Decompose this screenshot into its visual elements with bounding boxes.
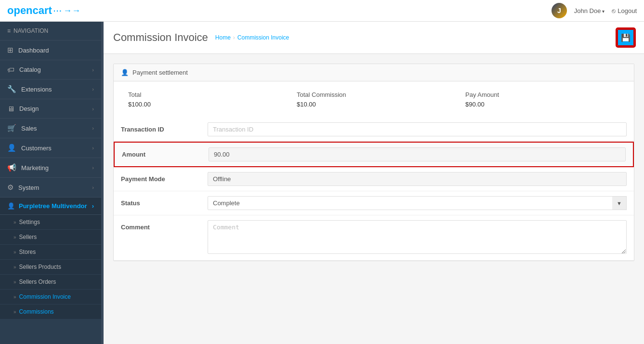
- arrow-right-icon: »: [13, 294, 16, 300]
- extensions-icon: 🔧: [7, 85, 16, 93]
- summary-total: Total $100.00: [121, 89, 289, 110]
- submenu-item-label: Commissions: [19, 308, 54, 315]
- nav-header: ≡ NAVIGATION: [0, 22, 101, 40]
- arrow-right-icon: »: [13, 279, 16, 285]
- breadcrumb-separator: ›: [233, 34, 235, 41]
- page-header: Commission Invoice Home › Commission Inv…: [104, 22, 644, 54]
- sidebar-item-marketing[interactable]: 📢 Marketing ›: [0, 158, 101, 178]
- sidebar-item-label: Design: [19, 105, 39, 112]
- sidebar-item-extensions[interactable]: 🔧 Extensions ›: [0, 79, 101, 99]
- avatar: J: [552, 3, 567, 18]
- submenu-item-sellers[interactable]: » Sellers: [0, 230, 101, 245]
- sidebar-item-label: Marketing: [21, 164, 49, 172]
- commission-label: Total Commission: [297, 91, 451, 98]
- sidebar-item-label: Catalog: [19, 66, 41, 73]
- sidebar-item-dashboard[interactable]: ⊞ Dashboard: [0, 40, 101, 60]
- sidebar-item-design[interactable]: 🖥 Design ›: [0, 99, 101, 119]
- submenu-item-sellers-products[interactable]: » Sellers Products: [0, 260, 101, 275]
- payment-mode-input: [208, 172, 627, 186]
- transaction-id-label: Transaction ID: [121, 122, 208, 133]
- logo-arrows: →→: [63, 6, 80, 16]
- transaction-id-group: Transaction ID: [114, 118, 634, 142]
- multivendor-icon: 👤: [7, 202, 15, 210]
- sidebar-item-system[interactable]: ⚙ System ›: [0, 178, 101, 198]
- nav-header-label: NAVIGATION: [13, 27, 48, 34]
- pay-value: $90.00: [465, 101, 619, 108]
- comment-wrapper: [208, 220, 627, 255]
- sidebar-item-catalog[interactable]: 🏷 Catalog ›: [0, 60, 101, 79]
- status-label: Status: [121, 196, 208, 207]
- content-area: Commission Invoice Home › Commission Inv…: [104, 22, 644, 344]
- logout-button[interactable]: ⎋ Logout: [612, 7, 637, 14]
- amount-input[interactable]: [209, 147, 626, 161]
- sidebar-item-customers[interactable]: 👤 Customers ›: [0, 138, 101, 158]
- sidebar-item-label: Sales: [21, 125, 37, 132]
- user-name[interactable]: John Doe: [574, 7, 605, 14]
- arrow-right-icon: »: [13, 220, 16, 225]
- submenu-header[interactable]: 👤 Purpletree Multivendor ›: [0, 198, 101, 215]
- system-icon: ⚙: [7, 183, 13, 192]
- chevron-right-icon: ›: [92, 145, 94, 151]
- comment-label: Comment: [121, 220, 208, 231]
- sales-icon: 🛒: [7, 124, 16, 132]
- page-title-section: Commission Invoice Home › Commission Inv…: [113, 31, 289, 44]
- logout-icon: ⎋: [612, 7, 616, 14]
- transaction-id-input[interactable]: [208, 122, 627, 136]
- summary-row: Total $100.00 Total Commission $10.00 Pa…: [114, 81, 634, 118]
- total-value: $100.00: [128, 101, 282, 108]
- form-content: 👤 Payment settlement Total $100.00 Total…: [104, 54, 644, 344]
- submenu-item-label: Settings: [19, 219, 40, 225]
- breadcrumb: Home › Commission Invoice: [215, 34, 289, 41]
- amount-label: Amount: [122, 147, 209, 158]
- marketing-icon: 📢: [7, 163, 16, 172]
- sidebar-item-label: System: [18, 184, 39, 191]
- sidebar-item-sales[interactable]: 🛒 Sales ›: [0, 119, 101, 138]
- comment-textarea[interactable]: [208, 220, 627, 254]
- summary-pay-amount: Pay Amount $90.00: [458, 89, 627, 110]
- submenu-item-stores[interactable]: » Stores: [0, 245, 101, 260]
- logo-text: opencart: [7, 4, 52, 17]
- chevron-right-icon: ›: [92, 125, 94, 131]
- submenu-item-settings[interactable]: » Settings: [0, 215, 101, 230]
- submenu-item-sellers-orders[interactable]: » Sellers Orders: [0, 275, 101, 290]
- panel-header-label: Payment settlement: [132, 69, 188, 76]
- comment-group: Comment: [114, 215, 634, 261]
- submenu-item-label: Sellers Products: [19, 264, 61, 270]
- summary-commission: Total Commission $10.00: [289, 89, 458, 110]
- hamburger-icon: ≡: [7, 27, 11, 34]
- arrow-right-icon: »: [13, 235, 16, 240]
- save-button[interactable]: 💾: [617, 29, 634, 46]
- design-icon: 🖥: [7, 105, 14, 113]
- status-select[interactable]: Complete Pending Failed: [208, 196, 627, 210]
- topbar: opencart ··· →→ J John Doe ⎋ Logout: [0, 0, 644, 22]
- chevron-right-icon: ›: [92, 86, 94, 92]
- commission-value: $10.00: [297, 101, 451, 108]
- submenu-item-label: Stores: [19, 249, 36, 255]
- main-layout: ≡ NAVIGATION ⊞ Dashboard 🏷 Catalog › 🔧 E…: [0, 22, 644, 344]
- chevron-right-icon: ›: [92, 185, 94, 190]
- sidebar-item-label: Dashboard: [18, 47, 49, 54]
- submenu-title: Purpletree Multivendor: [19, 202, 87, 210]
- chevron-right-icon: ›: [92, 106, 94, 112]
- submenu-item-label: Sellers Orders: [19, 278, 56, 285]
- breadcrumb-home[interactable]: Home: [215, 34, 231, 41]
- chevron-right-icon: ›: [92, 67, 94, 73]
- save-icon: 💾: [621, 33, 631, 42]
- sidebar: ≡ NAVIGATION ⊞ Dashboard 🏷 Catalog › 🔧 E…: [0, 22, 101, 344]
- payment-mode-label: Payment Mode: [121, 172, 208, 183]
- submenu-item-commission-invoice[interactable]: » Commission Invoice: [0, 290, 101, 304]
- amount-group: Amount: [114, 142, 634, 167]
- topbar-right: J John Doe ⎋ Logout: [552, 3, 637, 18]
- logo: opencart ··· →→: [7, 4, 80, 17]
- chevron-right-icon: ›: [92, 165, 94, 171]
- status-group: Status Complete Pending Failed ▼: [114, 191, 634, 215]
- submenu-item-commissions[interactable]: » Commissions: [0, 304, 101, 319]
- submenu-section: 👤 Purpletree Multivendor › » Settings » …: [0, 198, 101, 319]
- dashboard-icon: ⊞: [7, 46, 13, 54]
- breadcrumb-current[interactable]: Commission Invoice: [237, 34, 289, 41]
- payment-panel: 👤 Payment settlement Total $100.00 Total…: [113, 64, 634, 261]
- status-select-wrapper: Complete Pending Failed ▼: [208, 196, 627, 210]
- panel-header: 👤 Payment settlement: [114, 64, 634, 81]
- sidebar-item-label: Customers: [21, 145, 52, 152]
- catalog-icon: 🏷: [7, 66, 14, 74]
